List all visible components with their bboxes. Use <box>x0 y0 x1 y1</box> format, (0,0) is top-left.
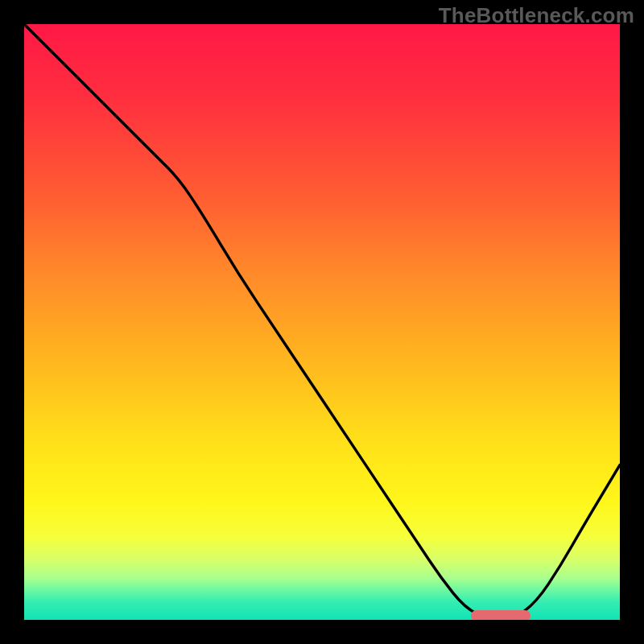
svg-rect-0 <box>24 24 620 620</box>
plot-area <box>24 24 620 620</box>
chart-stage: TheBottleneck.com <box>0 0 644 644</box>
background-gradient <box>24 24 620 620</box>
